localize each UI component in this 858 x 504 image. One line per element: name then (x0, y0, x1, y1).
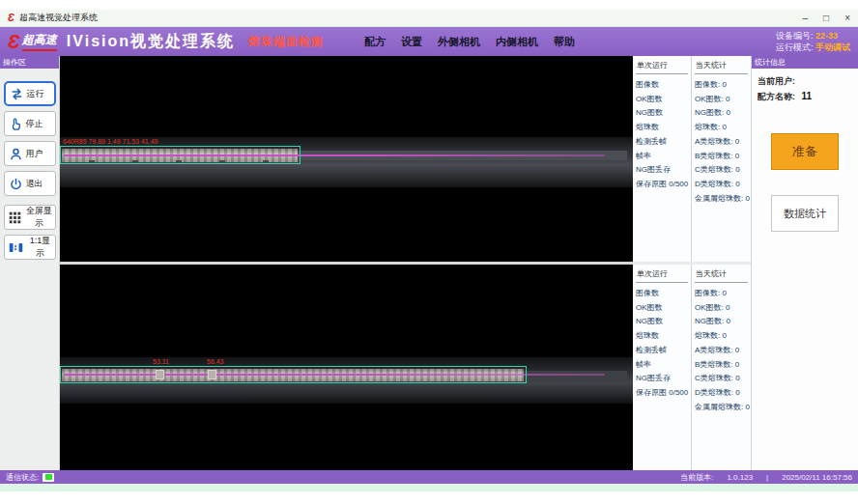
stat-row: OK图数: 0 (695, 93, 751, 107)
bottom-strip (0, 484, 858, 491)
statusbar-separator: | (766, 473, 768, 482)
stat-row: NG图丢存 (636, 163, 691, 178)
info-panel: 统计信息 当前用户: 配方名称: 11 准备 数据统计 (752, 56, 858, 470)
user-label: 用户 (26, 148, 43, 160)
menu-inner-camera[interactable]: 内侧相机 (496, 35, 538, 49)
menu-help[interactable]: 帮助 (554, 35, 575, 49)
stat-row: 图像数 (636, 287, 691, 301)
menu-outer-camera[interactable]: 外侧相机 (438, 35, 480, 49)
single-run-title: 单次运行 (636, 266, 688, 283)
roi-rectangle (60, 366, 527, 383)
stat-row: 熔珠数 (636, 121, 691, 135)
device-id-label: 设备编号: (776, 31, 814, 41)
single-run-title: 单次运行 (636, 58, 688, 74)
stat-row: 检测丢帧 (636, 344, 691, 358)
stat-row: 保存原图 0/500 (636, 386, 691, 401)
stat-row: 金属屑熔珠数: 0 (695, 401, 751, 415)
stat-row: 帧率 (636, 150, 691, 164)
stat-row: NG图丢存 (636, 372, 691, 386)
menu-settings[interactable]: 设置 (401, 35, 422, 49)
current-user-label: 当前用户: (758, 76, 795, 86)
stat-row: NG图数 (636, 315, 691, 329)
app-title: IVision视觉处理系统 (67, 32, 235, 52)
data-statistics-button[interactable]: 数据统计 (771, 195, 839, 232)
version-value: 1.0.123 (727, 473, 753, 482)
statistics-panel: 单次运行 图像数 OK图数 NG图数 熔珠数 检测丢帧 帧率 NG图丢存 保存原… (633, 56, 752, 470)
stat-row: 保存原图 0/500 (636, 178, 691, 192)
fullscreen-button[interactable]: 全屏显示 (4, 205, 56, 230)
camera-viewports: 640R85 79.89 1.49 71.53 41.49 53.11 56.4… (60, 56, 633, 470)
run-label: 运行 (27, 88, 44, 100)
stats-group-outer: 单次运行 图像数 OK图数 NG图数 熔珠数 检测丢帧 帧率 NG图丢存 保存原… (633, 56, 751, 262)
app-logo-icon: Ɛ (8, 13, 14, 23)
stat-row: OK图数: 0 (695, 301, 751, 316)
titlebar: Ɛ 超高速视觉处理系统 – □ × (0, 10, 858, 27)
comm-status-label: 通信状态: (6, 472, 39, 483)
power-icon (9, 177, 23, 191)
operations-sidebar: 操作区 运行 停止 (0, 56, 60, 470)
stat-row: 熔珠数: 0 (695, 121, 751, 135)
user-icon (9, 147, 23, 161)
brand-name: 超高速 (22, 32, 57, 51)
stat-row: D类熔珠数: 0 (695, 386, 751, 401)
stat-row: 图像数: 0 (695, 287, 751, 301)
stat-row: C类熔珠数: 0 (695, 372, 751, 386)
stat-row: 图像数: 0 (695, 78, 751, 93)
fullscreen-label: 全屏显示 (24, 205, 55, 230)
run-cycle-icon (10, 87, 24, 101)
measurement-annotation: 640R85 79.89 1.49 71.53 41.49 (63, 138, 157, 146)
user-button[interactable]: 用户 (4, 141, 56, 166)
one-to-one-label: 1:1显示 (26, 235, 55, 260)
window-title: 超高速视觉处理系统 (19, 12, 98, 24)
recipe-name-value: 11 (802, 91, 813, 101)
today-stats-title: 当天统计 (695, 58, 748, 74)
stat-row: 检测丢帧 (636, 135, 691, 150)
main-menu: 配方 设置 外侧相机 内侧相机 帮助 (364, 35, 575, 49)
defect-marker (208, 370, 216, 379)
recipe-name-label: 配方名称: (758, 92, 795, 101)
stat-row: NG图数: 0 (695, 315, 751, 329)
minimize-button[interactable]: – (803, 14, 809, 23)
maximize-button[interactable]: □ (823, 14, 829, 23)
close-button[interactable]: × (844, 14, 850, 23)
datetime-value: 2025/02/11 16:57:56 (782, 473, 852, 482)
stat-row: 熔珠数: 0 (695, 329, 751, 344)
exit-label: 退出 (26, 178, 43, 190)
stat-row: 图像数 (636, 78, 691, 93)
run-button[interactable]: 运行 (4, 81, 56, 106)
one-to-one-icon (9, 241, 23, 254)
one-to-one-button[interactable]: 1:1显示 (4, 235, 56, 260)
stats-group-inner: 单次运行 图像数 OK图数 NG图数 熔珠数 检测丢帧 帧率 NG图丢存 保存原… (633, 265, 751, 470)
exit-button[interactable]: 退出 (4, 171, 56, 196)
stat-row: D类熔珠数: 0 (695, 178, 751, 192)
stat-row: B类熔珠数: 0 (695, 358, 751, 373)
version-label: 当前版本: (680, 472, 713, 483)
defect-measurement: 56.43 (207, 358, 224, 366)
stat-row: B类熔珠数: 0 (695, 150, 751, 164)
defect-marker (156, 370, 164, 379)
app-subtitle: 熔珠端面检测 (248, 34, 324, 50)
stat-row: A类熔珠数: 0 (695, 344, 751, 358)
today-stats-title: 当天统计 (695, 266, 748, 283)
stat-row: 金属屑熔珠数: 0 (695, 192, 751, 207)
comm-status-led (43, 473, 54, 482)
device-info: 设备编号: 22-33 运行模式: 手动调试 (776, 30, 850, 53)
stat-row: OK图数 (636, 301, 691, 316)
app-header: Ɛ 超高速 IVision视觉处理系统 熔珠端面检测 配方 设置 外侧相机 内侧… (0, 27, 858, 56)
stop-button[interactable]: 停止 (4, 111, 56, 136)
stat-row: 帧率 (636, 358, 691, 373)
fullscreen-grid-icon (9, 211, 21, 224)
prepare-button[interactable]: 准备 (771, 133, 839, 170)
run-mode-label: 运行模式: (776, 42, 814, 52)
info-panel-title: 统计信息 (752, 56, 858, 69)
inner-camera-view: 53.11 56.43 (60, 265, 633, 470)
stat-row: OK图数 (636, 93, 691, 107)
status-bar: 通信状态: 当前版本: 1.0.123 | 2025/02/11 16:57:5… (0, 470, 858, 484)
stat-row: A类熔珠数: 0 (695, 135, 751, 150)
stop-hand-icon (9, 117, 23, 131)
stat-row: NG图数 (636, 106, 691, 121)
brand-logo-icon: Ɛ (8, 32, 20, 51)
menu-recipe[interactable]: 配方 (364, 35, 386, 49)
run-mode-value: 手动调试 (815, 42, 850, 52)
defect-measurement: 53.11 (153, 358, 169, 366)
